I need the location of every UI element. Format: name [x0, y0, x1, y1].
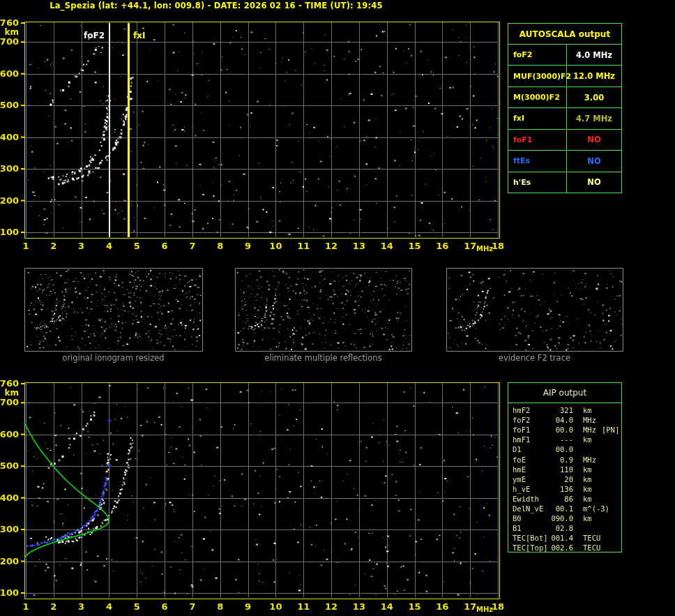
table-row-fof1: foF1 NO	[508, 129, 621, 150]
parameter-name: TEC[Bot]	[513, 534, 550, 542]
screen: { "title": "La_Spezia (lat: +44.1, lon: …	[0, 0, 675, 616]
parameter-name: hmE	[513, 465, 550, 474]
parameter-value: 002.6	[550, 543, 573, 552]
parameter-value: 02.8	[550, 524, 573, 532]
table-row-ewidth: Ewidth86km	[508, 494, 621, 504]
page-title: La_Spezia (lat: +44.1, lon: 009.8) - DAT…	[21, 1, 411, 10]
parameter-value: 00.0	[550, 445, 573, 453]
parameter-value: 86	[550, 495, 573, 503]
parameter-value: 00.0	[550, 426, 573, 434]
parameter-unit: TECU	[573, 543, 600, 552]
parameter-unit: TECU	[573, 534, 600, 542]
caption-evidence-f2-trace: evidence F2 trace	[446, 353, 623, 363]
parameter-label: h'Es	[508, 172, 567, 193]
parameter-name: ymE	[513, 475, 550, 483]
parameter-unit: km	[573, 485, 592, 493]
parameter-value: 110	[550, 465, 573, 474]
table-row-b0: B0090.0km	[508, 513, 621, 523]
parameter-name: foF1	[513, 426, 550, 434]
parameter-label: fxI	[508, 108, 567, 128]
parameter-label: MUF(3000)F2	[508, 66, 567, 86]
table-row-m3000f2: M(3000)F2 3.00	[508, 87, 621, 107]
table-row-fof2: foF204.0MHz	[508, 415, 621, 425]
table-row-hmf2: hmF2321km	[508, 405, 621, 415]
parameter-label: foF1	[508, 130, 567, 150]
table-row-hmf1: hmF1---km	[508, 435, 621, 444]
parameter-name: h_vE	[513, 485, 550, 493]
table-row-fof2: foF2 4.0 MHz	[508, 44, 621, 65]
aip-table-title: AIP output	[508, 383, 621, 403]
parameter-value: ---	[550, 435, 573, 444]
table-row-fof1: foF100.0MHz[PN]	[508, 425, 621, 435]
table-row-d1: D100.0	[508, 444, 621, 454]
parameter-value: 136	[550, 485, 573, 493]
parameter-value: NO	[567, 172, 621, 193]
parameter-value: 04.0	[550, 416, 573, 424]
autoscala-output-table: AUTOSCALA output foF2 4.0 MHz MUF(3000)F…	[508, 23, 622, 193]
caption-eliminate-reflections: eliminate multiple reflections	[235, 353, 411, 363]
parameter-unit: MHz	[573, 416, 596, 424]
table-row-b1: B102.8	[508, 523, 621, 533]
parameter-name: Ewidth	[513, 495, 550, 503]
parameter-name: B1	[513, 524, 550, 532]
aip-table-body: hmF2321km foF204.0MHz foF100.0MHz[PN] hm…	[508, 403, 621, 553]
table-row-ftes: ftEs NO	[508, 150, 621, 171]
parameter-unit: km	[573, 465, 592, 474]
parameter-label: ftEs	[508, 151, 567, 171]
parameter-name: hmF2	[513, 406, 550, 414]
parameter-unit: MHz	[573, 456, 596, 464]
parameter-name: hmF1	[513, 435, 550, 444]
parameter-value: 090.0	[550, 514, 573, 523]
parameter-name: foF2	[513, 416, 550, 424]
parameter-name: D1	[513, 445, 550, 453]
parameter-name: TEC[Top]	[513, 543, 550, 552]
parameter-value: NO	[567, 151, 621, 171]
parameter-name: DelN_vE	[513, 504, 550, 513]
parameter-value: 12.0 MHz	[567, 66, 621, 86]
parameter-unit: m^(-3)	[573, 504, 609, 513]
table-row-tectop: TEC[Top]002.6TECU	[508, 543, 621, 553]
table-row-yme: ymE20km	[508, 474, 621, 484]
table-row-fxi: fxI 4.7 MHz	[508, 107, 621, 128]
caption-original-ionogram: original ionogram resized	[24, 353, 202, 363]
table-row-muf3000f2: MUF(3000)F2 12.0 MHz	[508, 65, 621, 86]
parameter-value: 001.4	[550, 534, 573, 542]
parameter-value: 4.0 MHz	[567, 45, 621, 65]
table-row-hme: hmE110km	[508, 465, 621, 474]
parameter-unit: MHz	[573, 426, 596, 434]
parameter-extra: [PN]	[602, 426, 619, 434]
parameter-value: NO	[567, 130, 621, 150]
parameter-label: M(3000)F2	[508, 87, 567, 107]
parameter-value: 0.9	[550, 456, 573, 464]
parameter-unit: km	[573, 514, 592, 523]
parameter-name: foE	[513, 456, 550, 464]
parameter-unit: km	[573, 435, 592, 444]
parameter-value: 321	[550, 406, 573, 414]
aip-output-table: AIP output hmF2321km foF204.0MHz foF100.…	[508, 382, 622, 553]
parameter-value: 4.7 MHz	[567, 108, 621, 128]
autoscala-table-title: AUTOSCALA output	[508, 24, 621, 44]
parameter-unit: km	[573, 475, 592, 483]
parameter-value: 20	[550, 475, 573, 483]
table-row-hpes: h'Es NO	[508, 172, 621, 193]
table-row-foe: foE0.9MHz	[508, 454, 621, 464]
table-row-tecbot: TEC[Bot]001.4TECU	[508, 533, 621, 543]
table-row-hve: h_vE136km	[508, 484, 621, 494]
table-row-delnve: DelN_vE00.1m^(-3)	[508, 504, 621, 513]
parameter-value: 00.1	[550, 504, 573, 513]
parameter-value: 3.00	[567, 87, 621, 107]
parameter-unit: km	[573, 406, 592, 414]
parameter-unit: km	[573, 495, 592, 503]
parameter-label: foF2	[508, 45, 567, 65]
parameter-name: B0	[513, 514, 550, 523]
